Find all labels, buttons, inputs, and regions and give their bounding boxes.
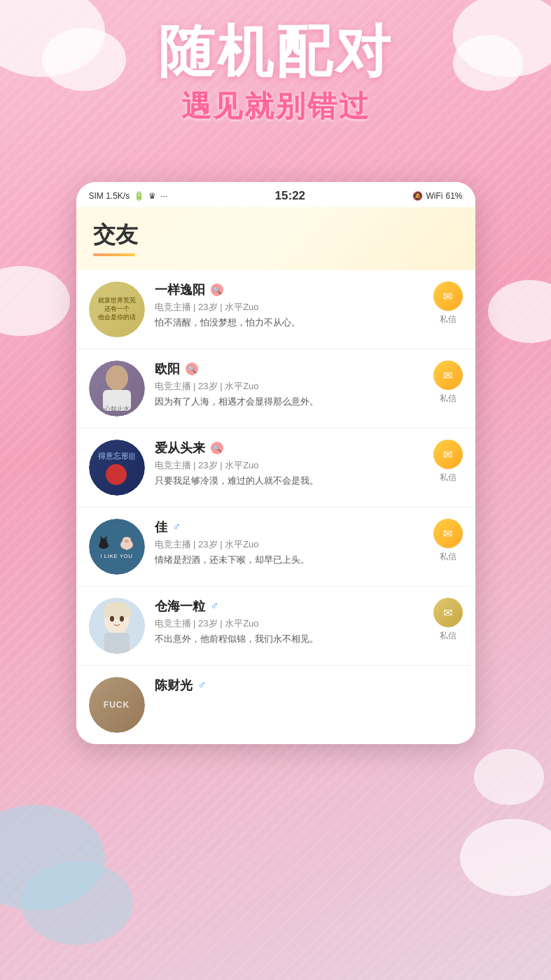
svg-point-11 (125, 540, 126, 542)
sim-info: SIM 1.5K/s (89, 191, 130, 201)
status-left: SIM 1.5K/s 🔋 ♛ ··· (89, 191, 168, 201)
svg-point-20 (110, 616, 114, 622)
avatar-animals (98, 535, 136, 550)
private-btn-label: 私信 (440, 393, 456, 405)
dots-icon: ··· (160, 191, 167, 201)
user-info: 欧阳 🔍 电竞主播 | 23岁 | 水平Zuo 因为有了人海，相遇才会显得那么意… (155, 360, 424, 408)
gender-male-icon: ♂ (198, 679, 207, 692)
private-message-button[interactable]: ✉ 私信 (433, 519, 463, 563)
phone-mockup: SIM 1.5K/s 🔋 ♛ ··· 15:22 🔕 WiFi 61% 交友 就… (76, 182, 475, 744)
user-bio: 情绪是烈酒，还未下喉，却早已上头。 (155, 554, 424, 566)
list-item[interactable]: 心如止水 欧阳 🔍 电竞主播 | 23岁 | 水平Zuo 因为有了人海，相遇才会… (76, 349, 475, 428)
svg-point-4 (100, 538, 107, 545)
search-icon[interactable]: 🔍 (186, 363, 198, 375)
message-icon: ✉ (433, 519, 463, 548)
svg-point-13 (123, 538, 125, 540)
user-list: 就算世界荒芜还有一个他会是你的话 一样逸阳 🔍 电竞主播 | 23岁 | 水平Z… (76, 270, 475, 744)
list-item[interactable]: I LIKE YOU 佳 ♂ 电竞主播 | 23岁 | 水平Zuo 情绪是烈酒，… (76, 507, 475, 587)
private-message-button[interactable]: ✉ 私信 (433, 281, 463, 326)
user-bio: 不出意外，他前程似锦，我们永不相见。 (155, 633, 424, 645)
status-time: 15:22 (275, 189, 305, 203)
svg-point-0 (106, 365, 128, 391)
avatar[interactable]: 就算世界荒芜还有一个他会是你的话 (89, 281, 145, 337)
user-tags: 电竞主播 | 23岁 | 水平Zuo (155, 380, 424, 393)
list-item[interactable]: FUCK 陈财光 ♂ (76, 666, 475, 744)
private-btn-label: 私信 (440, 314, 456, 326)
list-item[interactable]: 得意忘形||| 爱从头来 🔍 电竞主播 | 23岁 | 水平Zuo 只要我足够冷… (76, 428, 475, 507)
message-icon: ✉ (433, 598, 463, 627)
private-message-button[interactable]: ✉ 私信 (433, 360, 463, 405)
private-message-button[interactable]: ✉ 私信 (433, 598, 463, 642)
user-tags: 电竞主播 | 23岁 | 水平Zuo (155, 459, 424, 472)
user-bio: 只要我足够冷漠，难过的人就不会是我。 (155, 475, 424, 487)
svg-rect-22 (104, 633, 130, 654)
user-info: 仓海一粒 ♂ 电竞主播 | 23岁 | 水平Zuo 不出意外，他前程似锦，我们永… (155, 598, 424, 645)
user-tags: 电竞主播 | 23岁 | 水平Zuo (155, 617, 424, 630)
user-tags: 电竞主播 | 23岁 | 水平Zuo (155, 538, 424, 551)
list-item[interactable]: 就算世界荒芜还有一个他会是你的话 一样逸阳 🔍 电竞主播 | 23岁 | 水平Z… (76, 270, 475, 349)
user-name-row: 佳 ♂ (155, 519, 424, 536)
avatar[interactable]: 得意忘形||| (89, 440, 145, 496)
private-btn-label: 私信 (440, 630, 456, 642)
svg-marker-5 (100, 536, 103, 539)
gender-male-icon: ♂ (173, 521, 181, 533)
user-bio: 因为有了人海，相遇才会显得那么意外。 (155, 396, 424, 408)
svg-rect-19 (103, 610, 131, 617)
user-name: 爱从头来 (155, 440, 205, 456)
svg-point-14 (128, 538, 130, 540)
user-info: 陈财光 ♂ (155, 677, 463, 696)
wifi-icon: WiFi (426, 191, 442, 201)
user-info: 爱从头来 🔍 电竞主播 | 23岁 | 水平Zuo 只要我足够冷漠，难过的人就不… (155, 440, 424, 487)
app-header-title: 交友 (93, 220, 459, 251)
search-icon[interactable]: 🔍 (211, 284, 223, 296)
status-bar: SIM 1.5K/s 🔋 ♛ ··· 15:22 🔕 WiFi 61% (76, 182, 475, 207)
hero-section: 随机配对 遇见就别错过 (0, 21, 551, 126)
svg-text:心如止水: 心如止水 (104, 405, 130, 412)
notification-icon: 🔕 (412, 191, 423, 201)
user-info: 一样逸阳 🔍 电竞主播 | 23岁 | 水平Zuo 怕不清醒，怕没梦想，怕力不从… (155, 281, 424, 329)
user-name-row: 陈财光 ♂ (155, 677, 463, 694)
user-name: 佳 (155, 519, 167, 536)
user-name: 陈财光 (155, 677, 193, 694)
user-name-row: 爱从头来 🔍 (155, 440, 424, 456)
hero-subtitle: 遇见就别错过 (0, 87, 551, 126)
avatar[interactable]: 心如止水 (89, 360, 145, 416)
private-btn-label: 私信 (440, 551, 456, 563)
user-name: 仓海一粒 (155, 598, 205, 615)
user-name-row: 仓海一粒 ♂ (155, 598, 424, 615)
crown-icon: ♛ (148, 191, 156, 201)
message-icon: ✉ (433, 360, 463, 390)
user-name-row: 一样逸阳 🔍 (155, 281, 424, 298)
svg-point-21 (120, 616, 124, 622)
private-message-button[interactable]: ✉ 私信 (433, 440, 463, 484)
avatar-text: FUCK (104, 700, 130, 710)
user-tags: 电竞主播 | 23岁 | 水平Zuo (155, 301, 424, 314)
svg-marker-6 (104, 536, 107, 539)
user-info: 佳 ♂ 电竞主播 | 23岁 | 水平Zuo 情绪是烈酒，还未下喉，却早已上头。 (155, 519, 424, 566)
user-bio: 怕不清醒，怕没梦想，怕力不从心。 (155, 316, 424, 329)
user-name: 一样逸阳 (155, 281, 205, 298)
header-underline (93, 253, 135, 256)
status-right: 🔕 WiFi 61% (412, 191, 462, 201)
private-btn-label: 私信 (440, 472, 456, 484)
avatar[interactable]: I LIKE YOU (89, 519, 145, 575)
list-item[interactable]: 仓海一粒 ♂ 电竞主播 | 23岁 | 水平Zuo 不出意外，他前程似锦，我们永… (76, 587, 475, 666)
hero-title: 随机配对 (0, 21, 551, 83)
avatar[interactable] (89, 598, 145, 654)
svg-point-12 (127, 540, 128, 542)
avatar-text: 就算世界荒芜还有一个他会是你的话 (98, 297, 136, 321)
user-name: 欧阳 (155, 360, 180, 377)
battery-icon: 🔋 (134, 191, 144, 201)
app-header: 交友 (76, 207, 475, 270)
cloud-bl2 (21, 861, 133, 945)
search-icon[interactable]: 🔍 (211, 442, 223, 454)
user-name-row: 欧阳 🔍 (155, 360, 424, 377)
avatar-text: 得意忘形||| (98, 451, 135, 461)
avatar[interactable]: FUCK (89, 677, 145, 733)
like-you-text: I LIKE YOU (100, 553, 132, 559)
message-icon: ✉ (433, 440, 463, 469)
cloud-br2 (474, 749, 544, 805)
gender-male-icon: ♂ (211, 600, 219, 612)
battery-percent: 61% (445, 191, 462, 201)
message-icon: ✉ (433, 281, 463, 311)
